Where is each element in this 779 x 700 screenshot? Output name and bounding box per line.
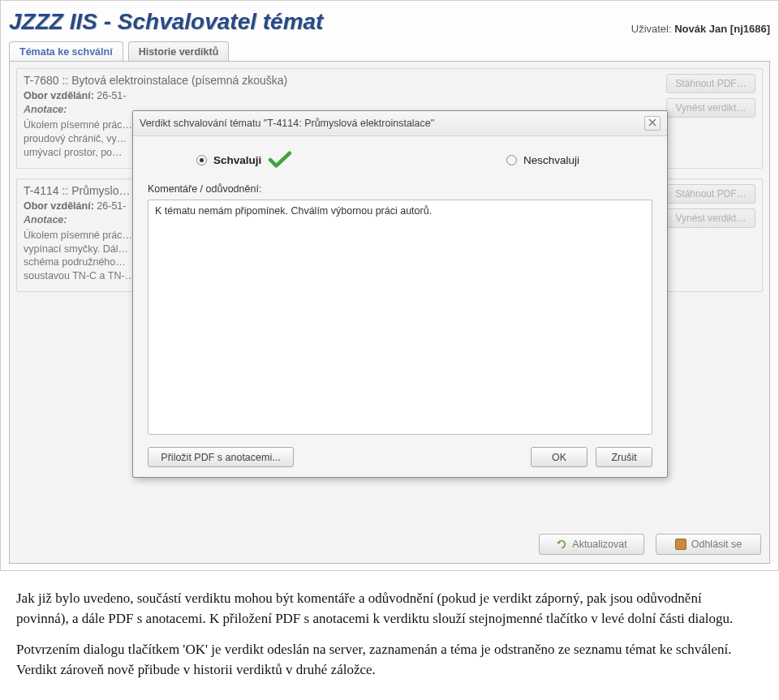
checkmark-icon	[268, 151, 291, 169]
refresh-button[interactable]: Aktualizovat	[539, 534, 644, 555]
dialog-body: Schvaluji Neschvaluji Komentáře / odůvod…	[133, 136, 667, 477]
radio-approve[interactable]: Schvaluji	[196, 151, 291, 169]
caption-paragraph-1: Jak již bylo uvedeno, součástí verdiktu …	[16, 589, 747, 629]
footer-bar: Aktualizovat Odhlásit se	[15, 527, 764, 558]
user-name: Novák Jan [nj1686]	[674, 23, 770, 35]
caption-paragraph-2: Potvrzením dialogu tlačítkem 'OK' je ver…	[16, 640, 747, 680]
obor-value: 26-51-	[97, 90, 126, 101]
attach-pdf-button[interactable]: Přiložit PDF s anotacemi...	[148, 447, 294, 467]
comment-textarea[interactable]	[148, 200, 652, 435]
app-title: JZZZ IIS - Schvalovatel témat	[9, 9, 323, 35]
tab-bar: Témata ke schvální Historie verdiktů	[9, 41, 770, 62]
download-pdf-button[interactable]: Stáhnout PDF…	[666, 184, 755, 204]
dialog-close-button[interactable]	[644, 116, 661, 131]
tab-verdict-history[interactable]: Historie verdiktů	[128, 41, 230, 62]
radio-approve-label: Schvaluji	[213, 154, 261, 166]
verdict-dialog: Verdikt schvalování tématu "T-4114: Prům…	[132, 110, 668, 478]
dialog-actions-right: OK Zrušit	[531, 447, 652, 467]
issue-verdict-button[interactable]: Vynést verdikt…	[666, 98, 755, 118]
anotace-label: Anotace:	[24, 104, 67, 115]
radio-icon	[196, 155, 207, 165]
panel-footer: Aktualizovat Odhlásit se	[15, 527, 764, 558]
refresh-label: Aktualizovat	[572, 539, 626, 550]
refresh-icon	[556, 539, 567, 550]
page-caption: Jak již bylo uvedeno, součástí verdiktu …	[0, 571, 763, 700]
dialog-titlebar[interactable]: Verdikt schvalování tématu "T-4114: Prům…	[133, 111, 667, 136]
current-user-label: Uživatel: Novák Jan [nj1686]	[631, 23, 770, 35]
topic-field-obor: Obor vzdělání: 26-51-	[24, 90, 755, 101]
anotace-label: Anotace:	[24, 214, 67, 225]
radio-icon	[506, 155, 517, 165]
topic-actions: Stáhnout PDF… Vynést verdikt…	[666, 74, 755, 118]
obor-label: Obor vzdělání:	[24, 90, 94, 101]
radio-reject[interactable]: Neschvaluji	[506, 154, 579, 166]
header: JZZZ IIS - Schvalovatel témat Uživatel: …	[9, 9, 770, 35]
dialog-actions: Přiložit PDF s anotacemi... OK Zrušit	[148, 447, 652, 467]
issue-verdict-button[interactable]: Vynést verdikt…	[666, 208, 755, 228]
obor-value: 26-51-	[97, 200, 126, 212]
app-inner: JZZZ IIS - Schvalovatel témat Uživatel: …	[1, 1, 778, 570]
close-icon	[648, 118, 656, 129]
tab-topics-to-approve[interactable]: Témata ke schvální	[9, 41, 123, 62]
download-pdf-button[interactable]: Stáhnout PDF…	[666, 74, 755, 93]
logout-label: Odhlásit se	[691, 539, 742, 550]
topic-title: T-7680 :: Bytová elektroinstalace (písem…	[24, 74, 755, 87]
comment-label: Komentáře / odůvodnění:	[148, 183, 652, 195]
user-prefix: Uživatel:	[631, 23, 674, 35]
topic-actions: Stáhnout PDF… Vynést verdikt…	[666, 184, 755, 228]
logout-button[interactable]: Odhlásit se	[656, 534, 761, 555]
app-window: JZZZ IIS - Schvalovatel témat Uživatel: …	[0, 0, 779, 571]
logout-icon	[675, 539, 686, 550]
verdict-radio-group: Schvaluji Neschvaluji	[148, 148, 652, 180]
obor-label: Obor vzdělání:	[24, 200, 94, 212]
ok-button[interactable]: OK	[531, 447, 587, 467]
dialog-title: Verdikt schvalování tématu "T-4114: Prům…	[140, 118, 434, 129]
cancel-button[interactable]: Zrušit	[596, 447, 652, 467]
radio-reject-label: Neschvaluji	[523, 154, 579, 166]
